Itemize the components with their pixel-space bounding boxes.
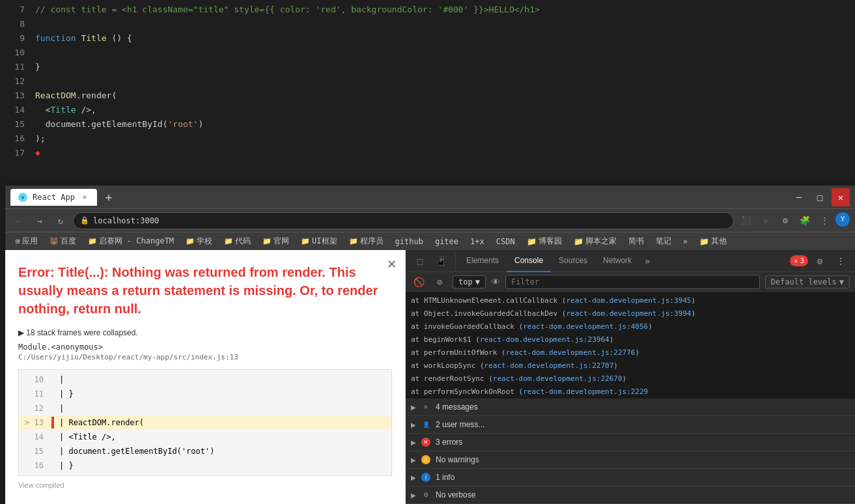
stack-link[interactable]: react-dom.development.js:3994 — [566, 309, 691, 318]
code-line-12: 12 — [0, 74, 855, 89]
code-line-14: 14 <Title />, — [0, 103, 855, 117]
devtools-more-tabs[interactable]: » — [639, 250, 655, 272]
error-panel: Error: Title(...): Nothing was returned … — [5, 250, 406, 502]
extensions-button[interactable]: 🧩 — [796, 212, 813, 229]
bookmark-changetm[interactable]: 📁 启赛网 - ChangeTM — [83, 234, 179, 248]
forward-button[interactable]: → — [31, 212, 48, 229]
bookmark-blog[interactable]: 📁 博客园 — [522, 234, 567, 248]
expand-arrow: ▶ — [411, 492, 416, 499]
code-snippet: 10 | 11 | } 12 | > 13 — [18, 369, 392, 476]
stack-trace-line: at workLoopSync (react-dom.development.j… — [411, 359, 850, 372]
console-section-warnings-header[interactable]: ▶ ⚠ No warnings — [406, 451, 855, 468]
bookmark-scriptshome[interactable]: 📁 脚本之家 — [568, 234, 622, 248]
bookmark-button[interactable]: ☆ — [757, 212, 774, 229]
bookmark-jianshu[interactable]: 简书 — [623, 234, 649, 248]
snippet-line-12: 12 | — [19, 401, 391, 415]
expand-arrow: ▶ — [411, 439, 416, 446]
console-messages: at HTMLUnknownElement.callCallback (reac… — [406, 292, 855, 504]
view-compiled-link[interactable]: View compiled — [18, 481, 392, 489]
stack-trace-line: at renderRootSync (react-dom.development… — [411, 372, 850, 385]
more-menu-button[interactable]: ⋮ — [816, 212, 833, 229]
filter-input[interactable] — [505, 275, 760, 289]
stack-link[interactable]: react-dom.development.js:22707 — [484, 361, 614, 370]
bookmarks-bar: ⊞ 应用 🐻 百度 📁 启赛网 - ChangeTM 📁 学校 📁 代码 📁 官… — [5, 232, 855, 250]
console-section-verbose-header[interactable]: ▶ ⚙ No verbose — [406, 486, 855, 503]
context-selector[interactable]: top ▼ — [453, 275, 486, 288]
tab-close-button[interactable]: ✕ — [80, 193, 89, 202]
stack-frames-collapsed[interactable]: ▶ 18 stack frames were collapsed. — [18, 328, 392, 337]
bookmark-others[interactable]: 📁 其他 — [694, 234, 732, 248]
console-section-verbose: ▶ ⚙ No verbose — [406, 486, 855, 504]
stack-link[interactable]: react-dom.development.js:22670 — [493, 374, 623, 383]
stack-link[interactable]: react-dom.development.js:4056 — [523, 322, 648, 331]
error-message: Error: Title(...): Nothing was returned … — [18, 263, 392, 318]
stack-link[interactable]: react-dom.development.js:3945 — [566, 296, 691, 305]
bookmark-csdn[interactable]: CSDN — [491, 236, 520, 247]
console-section-user: ▶ 👤 2 user mess... — [406, 416, 855, 434]
code-line-15: 15 document.getElementById('root') — [0, 117, 855, 132]
tab-elements[interactable]: Elements — [458, 250, 507, 272]
stack-trace-line: at performUnitOfWork (react-dom.developm… — [411, 346, 850, 359]
console-section-messages-header[interactable]: ▶ ≡ 4 messages — [406, 399, 855, 415]
bookmark-uiframework[interactable]: 📁 UI框架 — [296, 234, 342, 248]
bookmark-school[interactable]: 📁 学校 — [180, 234, 217, 248]
lock-icon: 🔒 — [80, 216, 89, 225]
devtools-settings-button[interactable]: ⚙ — [811, 252, 829, 270]
stack-trace-line: at performSyncWorkOnRoot (react-dom.deve… — [411, 385, 850, 399]
profile-menu-button[interactable]: ⚙ — [777, 212, 794, 229]
bookmark-github[interactable]: github — [390, 236, 428, 247]
clear-console-button[interactable]: 🚫 — [411, 274, 427, 290]
bookmark-code[interactable]: 📁 代码 — [219, 234, 256, 248]
stack-link[interactable]: react-dom.development.js:23964 — [480, 335, 610, 344]
info-label: 1 info — [436, 473, 850, 482]
stack-link[interactable]: react-dom.development.js:2229 — [523, 387, 648, 396]
tab-network[interactable]: Network — [595, 250, 639, 272]
console-section-user-header[interactable]: ▶ 👤 2 user mess... — [406, 416, 855, 433]
tab-title: React App — [33, 193, 75, 202]
default-levels-label: Default levels — [771, 277, 837, 287]
bookmark-official[interactable]: 📁 官网 — [257, 234, 294, 248]
error-count-badge: ✕ 3 — [790, 255, 808, 266]
code-line-16: 16 ); — [0, 132, 855, 146]
error-section-icon: ✕ — [421, 438, 430, 447]
devtools-more-button[interactable]: ⋮ — [832, 252, 850, 270]
bookmark-1px[interactable]: 1+x — [465, 236, 490, 247]
new-tab-button[interactable]: + — [100, 188, 118, 206]
code-line-10: 10 — [0, 46, 855, 60]
maximize-button[interactable]: □ — [811, 188, 829, 206]
snippet-line-13: > 13 | ReactDOM.render( — [19, 415, 391, 430]
bookmark-baidu[interactable]: 🐻 百度 — [44, 234, 81, 248]
expand-arrow: ▶ — [411, 456, 416, 464]
bookmark-more[interactable]: » — [678, 236, 693, 247]
console-section-errors-header[interactable]: ▶ ✕ 3 errors — [406, 434, 855, 451]
address-bar[interactable]: 🔒 localhost:3000 — [73, 212, 734, 229]
console-section-info: ▶ i 1 info — [406, 469, 855, 486]
browser-tab[interactable]: ⚛ React App ✕ — [10, 189, 97, 206]
refresh-button[interactable]: ↻ — [52, 212, 69, 229]
bookmark-programmer[interactable]: 📁 程序员 — [344, 234, 389, 248]
browser-profile[interactable]: Y — [835, 212, 850, 227]
log-levels-selector[interactable]: Default levels ▼ — [765, 275, 850, 288]
context-dropdown-icon: ▼ — [475, 277, 480, 287]
minimize-button[interactable]: ─ — [790, 188, 808, 206]
cast-button[interactable]: ⬛ — [738, 212, 755, 229]
bookmark-gitee[interactable]: gitee — [430, 236, 464, 247]
window-controls: ─ □ ✕ — [790, 188, 850, 206]
bookmark-notes[interactable]: 笔记 — [651, 234, 677, 248]
inspect-element-button[interactable]: ⬚ — [411, 252, 429, 270]
stack-link[interactable]: react-dom.development.js:22776 — [506, 348, 636, 357]
filter-toggle-button[interactable]: ⊘ — [432, 274, 447, 290]
close-window-button[interactable]: ✕ — [832, 188, 850, 206]
tab-console[interactable]: Console — [507, 250, 551, 272]
device-mode-button[interactable]: 📱 — [432, 252, 450, 270]
bookmark-apps[interactable]: ⊞ 应用 — [10, 234, 43, 248]
navigation-bar: ← → ↻ 🔒 localhost:3000 ⬛ ☆ ⚙ 🧩 ⋮ Y — [5, 208, 855, 232]
messages-icon: ≡ — [421, 402, 430, 412]
error-close-button[interactable]: ✕ — [384, 257, 399, 272]
tab-sources[interactable]: Sources — [551, 250, 595, 272]
console-section-info-header[interactable]: ▶ i 1 info — [406, 469, 855, 486]
eye-button[interactable]: 👁 — [491, 277, 500, 287]
code-line-7: 7 // const title = <h1 className="title"… — [0, 3, 855, 17]
info-section-icon: i — [421, 473, 430, 482]
back-button[interactable]: ← — [10, 212, 27, 229]
